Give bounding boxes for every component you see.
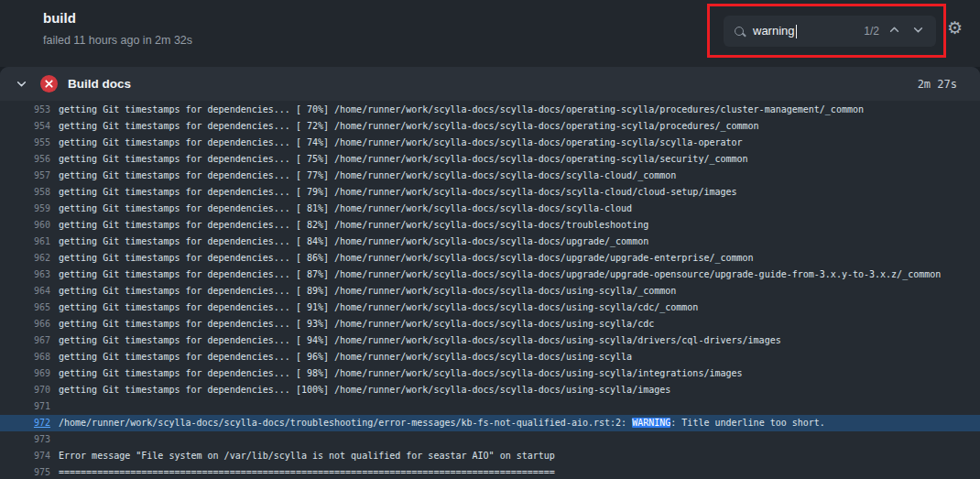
log-line-975: 975=====================================… <box>0 464 980 479</box>
step-duration: 2m 27s <box>918 78 957 91</box>
line-number[interactable]: 967 <box>0 332 50 349</box>
job-status-subtitle: failed 11 hours ago in 2m 32s <box>43 34 192 47</box>
log-settings-button[interactable]: ⚙ <box>947 19 963 37</box>
chevron-down-icon[interactable] <box>16 78 27 90</box>
previous-match-button[interactable] <box>886 22 903 40</box>
line-number[interactable]: 961 <box>0 234 50 250</box>
chevron-down-icon <box>912 24 924 38</box>
step-header-build-docs[interactable]: Build docs 2m 27s <box>0 67 980 101</box>
log-search-bar[interactable]: warning 1/2 <box>724 16 936 47</box>
chevron-up-icon <box>888 24 900 38</box>
search-match-counter: 1/2 <box>864 25 879 38</box>
line-text: getting Git timestamps for dependencies.… <box>59 349 632 365</box>
log-line-969: 969getting Git timestamps for dependenci… <box>0 365 980 382</box>
line-number[interactable]: 956 <box>0 151 50 168</box>
line-number[interactable]: 959 <box>0 201 50 217</box>
log-line-973: 973 <box>0 431 980 448</box>
line-text: getting Git timestamps for dependencies.… <box>59 250 754 267</box>
log-line-958: 958getting Git timestamps for dependenci… <box>0 184 980 201</box>
line-number[interactable]: 975 <box>0 464 50 479</box>
line-text: getting Git timestamps for dependencies.… <box>59 234 648 250</box>
log-line-960: 960getting Git timestamps for dependenci… <box>0 217 980 234</box>
log-line-974: 974Error message "File system on /var/li… <box>0 448 980 464</box>
line-number[interactable]: 962 <box>0 250 50 267</box>
job-title: build <box>43 10 76 26</box>
log-line-965: 965getting Git timestamps for dependenci… <box>0 299 980 316</box>
line-text: /home/runner/work/scylla-docs/scylla-doc… <box>59 415 825 431</box>
log-line-964: 964getting Git timestamps for dependenci… <box>0 283 980 299</box>
line-number[interactable]: 955 <box>0 135 50 151</box>
log-line-955: 955getting Git timestamps for dependenci… <box>0 135 980 151</box>
line-number[interactable]: 953 <box>0 102 50 118</box>
log-line-972: 972/home/runner/work/scylla-docs/scylla-… <box>0 415 980 431</box>
line-number[interactable]: 958 <box>0 184 50 201</box>
log-line-963: 963getting Git timestamps for dependenci… <box>0 267 980 283</box>
line-text: ========================================… <box>59 464 555 479</box>
line-text: getting Git timestamps for dependencies.… <box>59 299 698 316</box>
line-text: getting Git timestamps for dependencies.… <box>59 283 676 299</box>
line-number[interactable]: 954 <box>0 118 50 135</box>
line-text: getting Git timestamps for dependencies.… <box>59 168 676 184</box>
line-number[interactable]: 974 <box>0 448 50 464</box>
line-text: getting Git timestamps for dependencies.… <box>59 267 941 283</box>
log-line-957: 957getting Git timestamps for dependenci… <box>0 168 980 184</box>
line-number[interactable]: 965 <box>0 299 50 316</box>
log-line-956: 956getting Git timestamps for dependenci… <box>0 151 980 168</box>
line-text: getting Git timestamps for dependencies.… <box>59 332 781 349</box>
line-number[interactable]: 968 <box>0 349 50 365</box>
log-line-953: 953getting Git timestamps for dependenci… <box>0 102 980 118</box>
log-line-954: 954getting Git timestamps for dependenci… <box>0 118 980 135</box>
log-line-970: 970getting Git timestamps for dependenci… <box>0 382 980 398</box>
log-line-962: 962getting Git timestamps for dependenci… <box>0 250 980 267</box>
line-text: getting Git timestamps for dependencies.… <box>59 184 737 201</box>
line-text: getting Git timestamps for dependencies.… <box>59 118 759 135</box>
log-lines: 953getting Git timestamps for dependenci… <box>0 101 980 479</box>
step-name: Build docs <box>68 77 131 91</box>
line-number[interactable]: 963 <box>0 267 50 283</box>
log-line-959: 959getting Git timestamps for dependenci… <box>0 201 980 217</box>
line-number[interactable]: 973 <box>0 431 50 448</box>
log-line-961: 961getting Git timestamps for dependenci… <box>0 234 980 250</box>
line-text: getting Git timestamps for dependencies.… <box>59 316 654 332</box>
line-text: getting Git timestamps for dependencies.… <box>59 365 743 382</box>
search-icon <box>735 27 744 36</box>
line-number[interactable]: 960 <box>0 217 50 234</box>
search-query-text: warning <box>753 24 795 38</box>
search-input[interactable]: warning <box>753 24 797 38</box>
log-line-968: 968getting Git timestamps for dependenci… <box>0 349 980 365</box>
log-line-971: 971 <box>0 398 980 415</box>
x-circle-failure-icon <box>40 75 58 93</box>
line-number[interactable]: 966 <box>0 316 50 332</box>
gear-icon: ⚙ <box>947 17 963 38</box>
line-number[interactable]: 970 <box>0 382 50 398</box>
line-number[interactable]: 972 <box>0 415 50 431</box>
line-number[interactable]: 971 <box>0 398 50 415</box>
line-number[interactable]: 957 <box>0 168 50 184</box>
next-match-button[interactable] <box>909 22 927 40</box>
line-text: getting Git timestamps for dependencies.… <box>59 217 648 234</box>
line-number[interactable]: 964 <box>0 283 50 299</box>
log-line-967: 967getting Git timestamps for dependenci… <box>0 332 980 349</box>
line-text: Error message "File system on /var/lib/s… <box>59 448 555 464</box>
line-text: getting Git timestamps for dependencies.… <box>59 382 670 398</box>
line-text: getting Git timestamps for dependencies.… <box>59 201 632 217</box>
line-text: getting Git timestamps for dependencies.… <box>59 102 864 118</box>
log-panel: Build docs 2m 27s 953getting Git timesta… <box>0 67 980 479</box>
text-cursor <box>796 25 797 38</box>
search-match-current: WARNING <box>632 418 670 428</box>
line-number[interactable]: 969 <box>0 365 50 382</box>
line-text: getting Git timestamps for dependencies.… <box>59 151 748 168</box>
line-text: getting Git timestamps for dependencies.… <box>59 135 743 151</box>
log-line-966: 966getting Git timestamps for dependenci… <box>0 316 980 332</box>
